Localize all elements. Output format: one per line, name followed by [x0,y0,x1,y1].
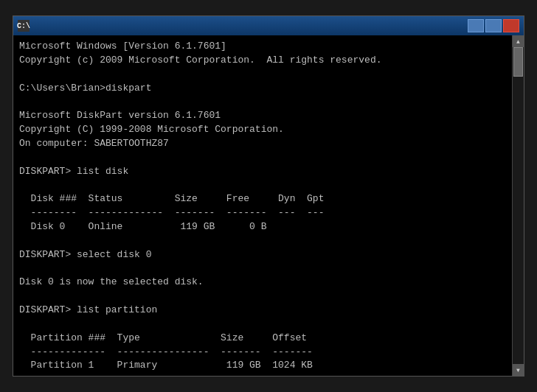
scroll-down-button[interactable]: ▼ [513,364,524,376]
scroll-track[interactable] [513,47,524,364]
scrollbar[interactable]: ▲ ▼ [512,35,524,376]
titlebar-icon: C:\ [18,20,30,32]
minimize-button[interactable] [468,19,484,32]
scroll-thumb[interactable] [513,47,523,77]
terminal-output[interactable]: Microsoft Windows [Version 6.1.7601] Cop… [13,35,512,376]
command-prompt-window: C:\ Microsoft Windows [Version 6.1.7601]… [13,15,524,377]
content-area: Microsoft Windows [Version 6.1.7601] Cop… [13,35,524,376]
maximize-button[interactable] [485,19,502,32]
window-controls [468,19,519,32]
close-button[interactable] [503,19,519,32]
titlebar: C:\ [13,16,524,35]
scroll-up-button[interactable]: ▲ [513,35,524,47]
